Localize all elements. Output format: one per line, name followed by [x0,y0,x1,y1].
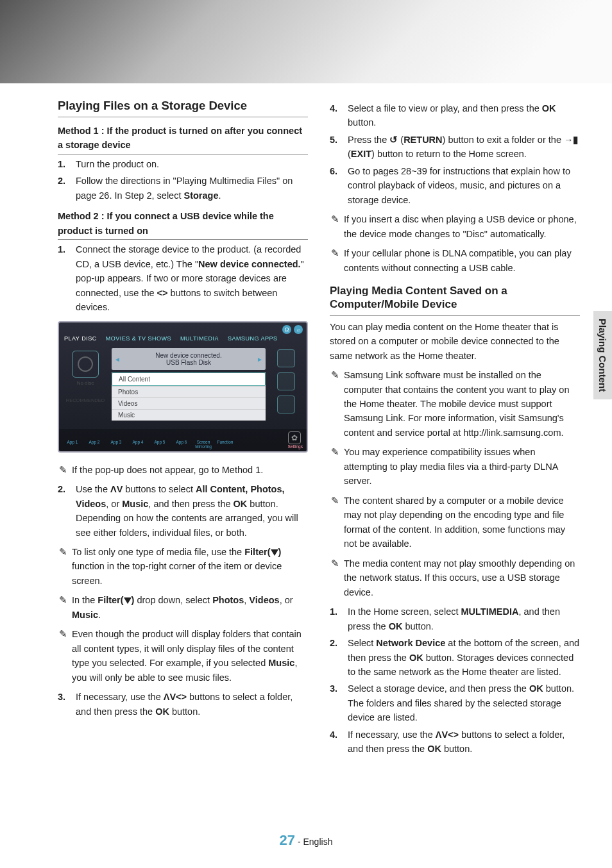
page-footer: 27 - English [0,832,612,849]
device-popup: ◄ New device connected. USB Flash Disk ► [112,348,266,370]
list-item: All Content [112,372,266,386]
mock-tabs: PLAY DISC MOVIES & TV SHOWS MULTIMEDIA S… [59,334,307,346]
app-label: App 1 [63,440,82,449]
step-text: Press the ↺ (RETURN) button to exit a fo… [348,133,580,162]
signin-icon: Ω [282,325,291,334]
mock-right-pane [266,346,307,429]
arrow-right-icon: ► [257,355,263,362]
step: 2. Follow the directions in "Playing Mul… [58,174,308,203]
tab-play-disc: PLAY DISC [64,335,97,342]
manual-page: Playing Content Playing Files on a Stora… [0,83,612,868]
step-text: Select a file to view or play, and then … [348,101,580,130]
thumb-icon [277,372,295,390]
note-icon: ✎ [330,246,344,275]
note-text: If your cellular phone is DLNA compatibl… [344,246,580,275]
step-number: 3. [330,681,348,724]
step: 2. Select Network Device at the bottom o… [330,636,580,679]
paragraph: You can play media content on the Home t… [330,320,580,363]
step: 1. Turn the product on. [58,157,308,171]
right-column: 4. Select a file to view or play, and th… [330,99,580,759]
search-icon: ⌕ [294,325,303,334]
mock-body: No disc RECOMMENDED ◄ New device connect… [59,346,307,429]
step: 5. Press the ↺ (RETURN) button to exit a… [330,133,580,162]
app-label: App 6 [172,440,191,449]
step-number: 2. [330,636,348,679]
step-number: 4. [330,101,348,130]
step: 3. If necessary, use the ΛV<> buttons to… [58,690,308,719]
no-disc-label: No disc [77,380,94,386]
step-text: In the Home screen, select MULTIMEDIA, a… [348,605,580,633]
step-text: Follow the directions in "Playing Multim… [76,174,308,203]
footer-lang: English [303,837,333,847]
note: ✎ In the Filter() drop down, select Phot… [58,593,308,622]
thumb-icon [277,349,295,367]
content-columns: Playing Files on a Storage Device Method… [58,99,580,759]
note: ✎ If your cellular phone is DLNA compati… [330,246,580,275]
step-number: 1. [58,242,76,314]
settings-label: Settings [288,444,303,449]
section-tab: Playing Content [593,311,612,399]
note: ✎ Samsung Link software must be installe… [330,368,580,440]
step: 1. In the Home screen, select MULTIMEDIA… [330,605,580,633]
note-icon: ✎ [330,212,344,241]
note-text: If the pop-up does not appear, go to Met… [72,463,308,477]
step-number: 2. [58,482,76,540]
app-label: App 4 [128,440,148,449]
app-label: App 2 [85,440,104,449]
left-column: Playing Files on a Storage Device Method… [58,99,308,759]
note-text: To list only one type of media file, use… [72,545,308,588]
note-text: The media content may not play smoothly … [344,556,580,599]
arrow-left-icon: ◄ [114,355,121,362]
app-strip: App 1 App 2 App 3 App 4 App 5 App 6 Scre… [63,440,235,449]
app-label: Screen Mirroring [194,440,213,449]
note-text: You may experience compatibility issues … [344,445,580,488]
note-icon: ✎ [58,463,72,477]
filter-icon [124,597,132,604]
page-number: 27 [280,832,295,848]
thumb-icon [277,396,295,413]
step-text: Select a storage device, and then press … [348,681,580,724]
mock-center: ◄ New device connected. USB Flash Disk ►… [112,346,266,429]
tab-apps: SAMSUNG APPS [228,335,278,342]
step-text: Connect the storage device to the produc… [76,242,308,314]
note-text: If you insert a disc when playing a USB … [344,212,580,241]
step: 6. Go to pages 28~39 for instructions th… [330,164,580,207]
note: ✎ Even though the product will display f… [58,627,308,685]
step-number: 3. [58,690,76,719]
step-text: Use the ΛV buttons to select All Content… [76,482,308,540]
note: ✎ To list only one type of media file, u… [58,545,308,588]
disc-icon [72,351,99,378]
step: 1. Connect the storage device to the pro… [58,242,308,314]
step-text: Turn the product on. [76,157,308,171]
step-text: Select Network Device at the bottom of t… [348,636,580,679]
step-text: Go to pages 28~39 for instructions that … [348,164,580,207]
step-number: 6. [330,164,348,207]
note-icon: ✎ [330,445,344,488]
note-icon: ✎ [330,556,344,599]
step: 3. Select a storage device, and then pre… [330,681,580,724]
popup-line1: New device connected. [118,352,259,359]
step-text: If necessary, use the ΛV<> buttons to se… [76,690,308,719]
subsection-title: Playing Media Content Saved on a Compute… [330,284,580,316]
step-number: 5. [330,133,348,162]
note-icon: ✎ [330,494,344,551]
app-label: App 3 [106,440,126,449]
mock-top-icons: Ω ⌕ [59,322,307,334]
list-item: Photos [112,386,266,397]
app-label: App 5 [150,440,169,449]
step-number: 4. [330,728,348,756]
step-text: If necessary, use the ΛV<> buttons to se… [348,728,580,756]
tab-movies: MOVIES & TV SHOWS [106,335,171,342]
note: ✎ If you insert a disc when playing a US… [330,212,580,241]
popup-line2: USB Flash Disk [118,359,259,366]
note-icon: ✎ [330,368,344,440]
step-number: 1. [58,157,76,171]
gear-icon: ✿ [288,431,301,444]
return-icon: ↺ [389,133,398,147]
method1-title: Method 1 : If the product is turned on a… [58,124,308,154]
step-number: 1. [330,605,348,633]
nav-icons: ΛV<> [164,692,187,702]
note: ✎ You may experience compatibility issue… [330,445,580,488]
filter-icon [271,549,278,556]
note-text: The content shared by a computer or a mo… [344,494,580,551]
